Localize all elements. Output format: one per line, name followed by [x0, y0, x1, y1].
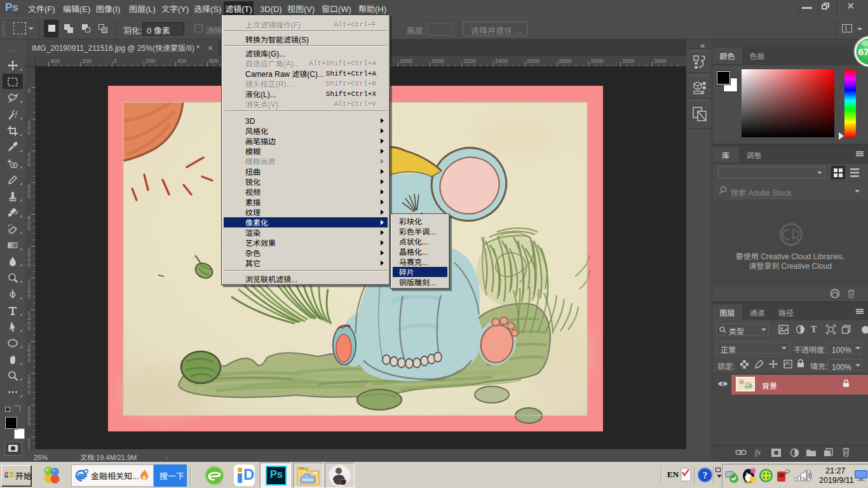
svg-text:?: ? [703, 470, 708, 480]
svg-text:67: 67 [858, 46, 868, 57]
